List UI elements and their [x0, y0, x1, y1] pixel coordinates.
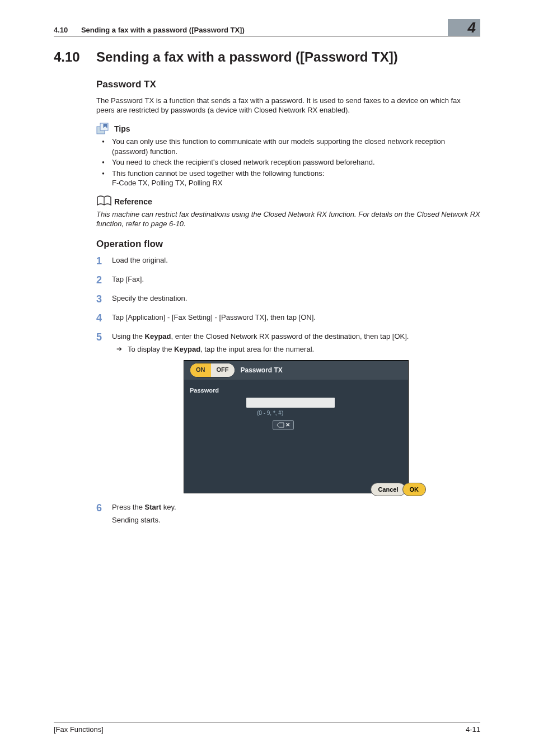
- t: Press the: [112, 503, 145, 511]
- tips-list: You can only use this function to commun…: [96, 137, 480, 188]
- t: key.: [161, 503, 176, 511]
- on-off-toggle[interactable]: ON OFF: [190, 363, 235, 377]
- reference-icon: [96, 195, 112, 207]
- t: To display the: [128, 345, 174, 353]
- password-tx-dialog: ON OFF Password TX Password (0 - 9, *, #…: [184, 360, 409, 493]
- backspace-x-icon: ✕: [285, 421, 290, 429]
- tips-heading: Tips: [96, 122, 480, 134]
- section-heading-number: 4.10: [54, 49, 96, 65]
- step-item: Tap [Fax].: [96, 274, 480, 286]
- step-text: Press the Start key.: [112, 503, 176, 511]
- running-header-title: Sending a fax with a password ([Password…: [81, 26, 245, 34]
- step-text: Specify the destination.: [112, 294, 187, 302]
- tips-label: Tips: [114, 124, 130, 134]
- step-text: Using the Keypad, enter the Closed Netwo…: [112, 332, 409, 340]
- dialog-title: Password TX: [241, 366, 283, 375]
- backspace-button[interactable]: ✕: [273, 420, 294, 430]
- t: Using the: [112, 332, 145, 340]
- t: Start: [145, 503, 162, 511]
- tips-item: This function cannot be used together wi…: [96, 169, 480, 188]
- step-item: Specify the destination.: [96, 293, 480, 305]
- step-item: Press the Start key. Sending starts.: [96, 502, 480, 525]
- substep: To display the Keypad, tap the input are…: [112, 344, 480, 354]
- running-header-number: 4.10: [54, 26, 68, 34]
- reference-heading: Reference: [96, 195, 480, 207]
- section-heading-title: Sending a fax with a password ([Password…: [96, 49, 398, 64]
- subheading-operation-flow: Operation flow: [96, 238, 480, 251]
- step-text: Load the original.: [112, 256, 168, 264]
- backspace-icon: [277, 422, 284, 428]
- page-footer: [Fax Functions] 4-11: [54, 725, 480, 734]
- tips-icon: [96, 122, 112, 134]
- t: Keypad: [145, 332, 171, 340]
- running-header: 4.10 Sending a fax with a password ([Pas…: [54, 26, 480, 34]
- step-item: Load the original.: [96, 255, 480, 267]
- step-item: Tap [Application] - [Fax Setting] - [Pas…: [96, 312, 480, 324]
- step-text: Tap [Fax].: [112, 275, 144, 283]
- reference-body: This machine can restrict fax destinatio…: [96, 209, 480, 229]
- step-item: Using the Keypad, enter the Closed Netwo…: [96, 332, 480, 493]
- tips-item: You need to check the recipient's closed…: [96, 157, 480, 167]
- step-text: Tap [Application] - [Fax Setting] - [Pas…: [112, 313, 316, 321]
- toggle-off-button[interactable]: OFF: [211, 363, 235, 377]
- step-tail: Sending starts.: [112, 515, 480, 525]
- t: , enter the Closed Network RX password o…: [171, 332, 409, 340]
- cancel-button[interactable]: Cancel: [371, 483, 405, 496]
- intro-paragraph: The Password TX is a function that sends…: [96, 96, 480, 115]
- header-rule: [54, 36, 480, 36]
- footer-left: [Fax Functions]: [54, 725, 104, 734]
- password-hint: (0 - 9, *, #): [257, 409, 402, 417]
- password-input[interactable]: [246, 397, 335, 408]
- t: , tap the input area for the numeral.: [200, 345, 314, 353]
- steps-list: Load the original. Tap [Fax]. Specify th…: [96, 255, 480, 525]
- tips-item: You can only use this function to commun…: [96, 137, 480, 156]
- footer-right: 4-11: [466, 725, 480, 734]
- subheading-password-tx: Password TX: [96, 78, 480, 91]
- password-label: Password: [190, 386, 402, 395]
- toggle-on-button[interactable]: ON: [190, 363, 211, 377]
- reference-label: Reference: [114, 197, 152, 207]
- footer-rule: [54, 722, 480, 722]
- t: Keypad: [174, 345, 200, 353]
- ok-button[interactable]: OK: [402, 483, 427, 496]
- section-heading: 4.10Sending a fax with a password ([Pass…: [54, 49, 480, 65]
